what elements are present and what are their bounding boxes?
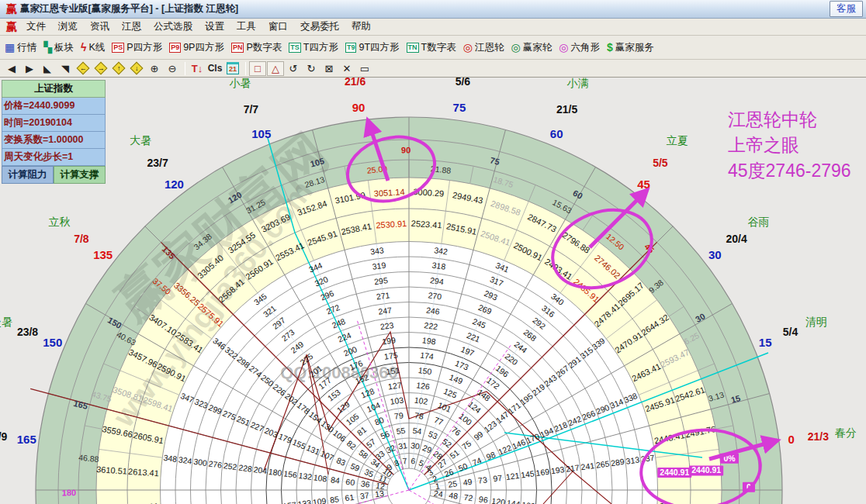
flip-up-icon[interactable]: ◣: [39, 61, 56, 76]
ps-icon: PS: [112, 43, 124, 53]
wheel-number: 241: [580, 461, 595, 471]
calc-support-button[interactable]: 计算支撑: [54, 166, 106, 184]
cls-button[interactable]: Cls: [206, 61, 223, 76]
calc-resistance-button[interactable]: 计算阻力: [2, 166, 54, 184]
menu-item-2[interactable]: 资讯: [84, 19, 116, 35]
menu-item-4[interactable]: 公式选股: [147, 19, 199, 35]
panel-row-1: 时间=20190104: [2, 115, 106, 132]
toolbar-button-T四方形[interactable]: TST四方形: [289, 41, 338, 54]
toolbar-button-K线[interactable]: ϟK线: [81, 41, 105, 54]
panel-row-0: 价格=2440.9099: [2, 98, 106, 115]
menu-item-8[interactable]: 交易委托: [294, 19, 345, 35]
toolbar-button-label: 行情: [17, 41, 36, 54]
toolbar-button-9T四方形[interactable]: T99T四方形: [345, 41, 400, 54]
menu-item-3[interactable]: 江恩: [116, 19, 147, 35]
wheel-number: 174: [420, 350, 435, 361]
wheel-number: 60: [345, 477, 355, 487]
wheel-number: 324: [178, 454, 192, 465]
wheel-number: 289: [610, 457, 625, 468]
solar-term-label: 春分: [835, 426, 857, 439]
toolbar-button-9P四方形[interactable]: P99P四方形: [169, 41, 224, 54]
step-up-icon[interactable]: ↑: [110, 61, 127, 76]
menu-logo-icon: 赢: [6, 20, 17, 34]
menu-item-0[interactable]: 文件: [20, 19, 52, 35]
pn-icon: PN: [231, 43, 244, 53]
step-left-icon[interactable]: ←: [74, 61, 92, 76]
p9-icon: P9: [169, 43, 181, 53]
toolbar-button-六角形[interactable]: ◎六角形: [559, 41, 600, 54]
toolbar-button-label: 板块: [54, 41, 74, 54]
wheel-number: 276: [208, 459, 223, 470]
display-icon[interactable]: ▭: [356, 61, 373, 76]
hexagon-icon: ◎: [559, 42, 568, 53]
outer-degree-label: 135: [93, 248, 113, 261]
menu-item-1[interactable]: 浏览: [52, 19, 84, 35]
wheel-number: 79: [393, 410, 404, 420]
wheel-number: 133: [297, 498, 312, 504]
wheel-number: 109: [312, 496, 327, 504]
wheel-number: 78: [414, 410, 424, 420]
wheel-number: 198: [421, 335, 436, 346]
step-down-icon[interactable]: ↓: [128, 61, 145, 76]
wheel-number: 222: [424, 320, 438, 331]
menu-item-6[interactable]: 工具: [230, 19, 262, 35]
rotate-cw-icon[interactable]: ↻: [303, 61, 320, 76]
percent-value: 46.88: [78, 453, 99, 464]
date-label: 5/6: [456, 78, 471, 88]
toolbar-button-赢家轮[interactable]: ◎赢家轮: [511, 41, 552, 54]
wheel-number: 54: [412, 426, 422, 436]
time-axis-icon[interactable]: T↓: [189, 61, 206, 76]
wheel-number: 72: [463, 492, 473, 502]
wheel-number: 25: [448, 478, 458, 488]
table-icon: ▦: [5, 42, 15, 53]
solar-term-label: 立秋: [48, 216, 70, 228]
toolbar-button-label: K线: [88, 41, 105, 54]
t9-icon: T9: [345, 43, 357, 53]
calendar-icon[interactable]: 21: [224, 61, 241, 76]
wheel-number: 85: [330, 494, 340, 504]
quote-panel: 上证指数 价格=2440.9099时间=20190104变换系数=1.00000…: [2, 80, 106, 184]
date-label: 23/7: [147, 157, 168, 169]
zoom-in-icon[interactable]: ⊕: [146, 61, 163, 76]
toolbar-button-江恩轮[interactable]: ◎江恩轮: [463, 41, 504, 54]
rotate-left-icon[interactable]: ◀: [3, 61, 20, 76]
toolbar-button-赢家服务[interactable]: $赢家服务: [607, 41, 654, 54]
toolbar-button-label: 江恩轮: [475, 41, 504, 54]
wheel-number: 150: [417, 365, 432, 376]
outer-degree-label: 60: [550, 127, 563, 140]
annotation-text: 江恩轮中轮 上帝之眼 45度2746-2796: [728, 107, 851, 184]
degree-value: 180: [62, 488, 76, 497]
wheel-number: 270: [428, 290, 442, 301]
step-right-icon[interactable]: →: [92, 61, 109, 76]
center-icon[interactable]: ✕: [338, 61, 355, 76]
zoom-out-icon[interactable]: ⊖: [164, 61, 181, 76]
triangle-tool-icon[interactable]: △: [267, 61, 284, 76]
toolbar-button-行情[interactable]: ▦行情: [5, 41, 36, 54]
blocks-icon: ▚: [43, 42, 52, 53]
toolbar-button-板块[interactable]: ▚板块: [43, 41, 74, 54]
menu-item-7[interactable]: 窗口: [262, 19, 294, 35]
customer-service-button[interactable]: 客服: [830, 1, 863, 17]
wheel-number: 169: [535, 467, 550, 478]
square-tool-icon[interactable]: □: [249, 61, 266, 76]
toolbar-button-T数字表[interactable]: TNT数字表: [407, 41, 456, 54]
wheel-number: 175: [383, 350, 398, 361]
toolbar-button-P数字表[interactable]: PNP数字表: [231, 41, 282, 54]
wheel-number: 318: [431, 261, 446, 271]
tn-icon: TN: [407, 43, 419, 53]
flip-down-icon[interactable]: ◥: [57, 61, 74, 76]
wheel-number: 300: [193, 457, 208, 468]
toolbar-button-P四方形[interactable]: PSP四方形: [112, 41, 162, 54]
toolbar-separator: [185, 62, 185, 75]
wheel-number: 295: [374, 275, 389, 286]
wheel-number: 97: [493, 473, 503, 483]
rotate-right-icon[interactable]: ▶: [21, 61, 38, 76]
menu-item-5[interactable]: 设置: [199, 19, 230, 35]
date-label: 7/7: [244, 103, 259, 116]
rotate-ccw-icon[interactable]: ↺: [285, 61, 302, 76]
delete-box-icon[interactable]: ⊠: [320, 61, 338, 76]
wheel-toolbar: ◀▶◣◥←→↑↓⊕⊖T↓Cls21□△↺↻⊠✕▭: [0, 60, 866, 78]
menu-item-9[interactable]: 帮助: [345, 19, 377, 35]
outer-degree-label: 15: [759, 336, 772, 349]
toolbar-button-label: 9P四方形: [183, 41, 224, 54]
